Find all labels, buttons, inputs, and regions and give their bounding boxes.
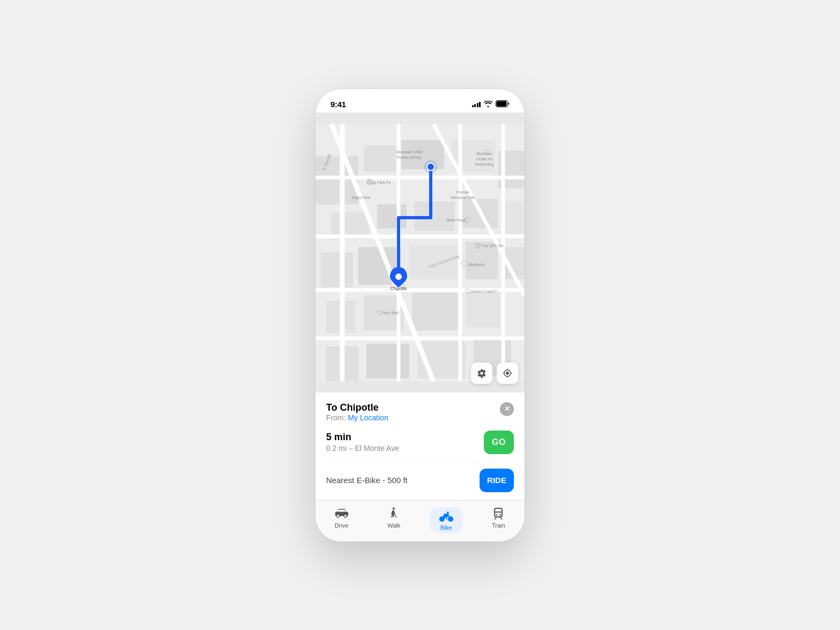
phone-shell: 9:41 xyxy=(315,89,525,542)
route-detail: 0.2 mi – El Monte Ave xyxy=(326,444,399,453)
svg-rect-21 xyxy=(466,290,500,328)
tab-train-label: Train xyxy=(492,522,505,529)
svg-text:ℹ: ℹ xyxy=(419,149,421,153)
tab-bike[interactable]: Bike xyxy=(420,505,473,535)
tab-drive[interactable]: Drive xyxy=(315,505,368,535)
status-time: 9:41 xyxy=(330,100,346,109)
svg-point-65 xyxy=(395,273,402,280)
bike-icon xyxy=(439,509,454,522)
svg-rect-20 xyxy=(412,293,458,330)
svg-point-64 xyxy=(428,164,434,170)
from-line: From: My Location xyxy=(326,413,388,422)
svg-point-70 xyxy=(448,517,453,521)
svg-point-75 xyxy=(499,514,501,515)
status-icons xyxy=(472,100,510,109)
route-time: 5 min xyxy=(326,432,399,443)
svg-text:Eagle Park: Eagle Park xyxy=(352,196,371,200)
svg-text:The UPS Sto: The UPS Sto xyxy=(482,244,504,248)
location-button[interactable] xyxy=(497,362,518,384)
svg-text:Center for: Center for xyxy=(476,157,493,161)
walk-icon xyxy=(386,507,401,520)
tab-bar: Drive Walk xyxy=(315,500,525,542)
map-svg: S Shoreli High School Way Mountain View … xyxy=(315,113,525,392)
destination-title: To Chipotle xyxy=(326,402,388,413)
wifi-icon xyxy=(484,100,492,109)
svg-line-76 xyxy=(495,517,496,520)
svg-point-47 xyxy=(367,179,372,184)
ride-button[interactable]: RIDE xyxy=(480,469,514,492)
route-info: 5 min 0.2 mi – El Monte Ave xyxy=(326,432,399,453)
svg-text:Wells Fargo: Wells Fargo xyxy=(446,218,466,223)
tab-train[interactable]: Train xyxy=(473,505,525,535)
svg-point-71 xyxy=(447,512,449,514)
svg-text:Starbucks: Starbucks xyxy=(468,263,485,266)
battery-icon xyxy=(496,100,510,109)
svg-point-74 xyxy=(496,514,497,515)
tab-bike-label: Bike xyxy=(440,524,452,531)
svg-text:Pioneer: Pioneer xyxy=(456,190,470,194)
map-area[interactable]: S Shoreli High School Way Mountain View … xyxy=(315,113,525,392)
drive-icon xyxy=(334,507,349,520)
svg-text:Taco Bell: Taco Bell xyxy=(382,310,399,315)
svg-line-77 xyxy=(500,517,502,520)
settings-button[interactable] xyxy=(471,362,492,384)
ebike-text: Nearest E-Bike - 500 ft xyxy=(326,476,408,485)
signal-bars-icon xyxy=(472,102,481,107)
svg-line-67 xyxy=(391,515,393,518)
svg-rect-15 xyxy=(409,244,458,279)
svg-text:Memorial Park: Memorial Park xyxy=(451,196,475,199)
svg-text:Performing: Performing xyxy=(475,162,493,167)
map-controls xyxy=(471,362,518,384)
from-label: From: xyxy=(326,413,346,422)
svg-text:Public Library: Public Library xyxy=(397,155,422,160)
directions-card: To Chipotle From: My Location ✕ 5 min 0.… xyxy=(315,392,525,500)
train-icon xyxy=(491,507,506,520)
svg-point-54 xyxy=(475,243,481,248)
tab-walk-label: Walk xyxy=(387,522,400,529)
svg-point-66 xyxy=(393,507,395,509)
svg-text:Amici's Coast P: Amici's Coast P xyxy=(471,290,497,293)
svg-rect-12 xyxy=(503,202,525,234)
status-bar: 9:41 xyxy=(315,89,525,113)
close-icon: ✕ xyxy=(504,405,510,412)
svg-rect-23 xyxy=(366,344,409,379)
go-button[interactable]: GO xyxy=(484,431,514,454)
svg-rect-13 xyxy=(321,253,353,287)
directions-header: To Chipotle From: My Location ✕ xyxy=(326,402,514,429)
route-row: 5 min 0.2 mi – El Monte Ave GO xyxy=(326,431,514,454)
tab-walk[interactable]: Walk xyxy=(368,505,421,535)
svg-rect-1 xyxy=(497,101,507,106)
ebike-row: Nearest E-Bike - 500 ft RIDE xyxy=(326,462,514,492)
from-value[interactable]: My Location xyxy=(348,413,388,422)
close-button[interactable]: ✕ xyxy=(500,402,514,416)
svg-line-68 xyxy=(395,515,396,518)
svg-rect-4 xyxy=(364,145,396,172)
tab-drive-label: Drive xyxy=(335,522,349,529)
bottom-panel: To Chipotle From: My Location ✕ 5 min 0.… xyxy=(315,392,525,542)
